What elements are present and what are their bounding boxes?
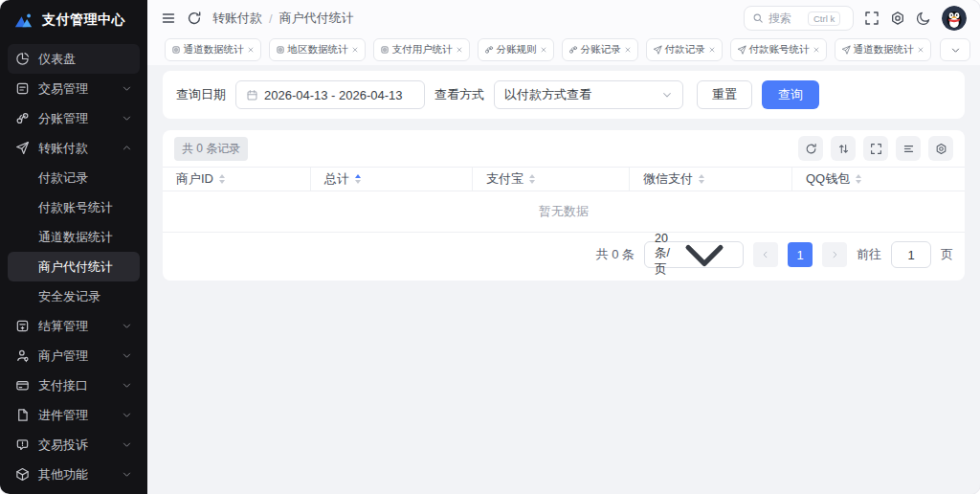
- sidebar-item-app-mgmt[interactable]: 应用管理: [8, 489, 140, 494]
- refresh-icon: [805, 143, 817, 155]
- sidebar-item-payment-interface[interactable]: 支付接口: [8, 370, 140, 400]
- view-mode-value: 以付款方式查看: [504, 86, 591, 103]
- tab-split-records[interactable]: 分账记录: [562, 38, 638, 61]
- pagination: 共 0 条 20条/页 1 前往 页: [163, 233, 965, 281]
- tab-label: 付款账号统计: [749, 43, 810, 56]
- column-header-qq-wallet[interactable]: QQ钱包: [792, 168, 965, 191]
- app-window: 支付管理中心 仪表盘 交易管理 分账管理 转账付款: [0, 0, 980, 494]
- file-icon: [15, 408, 30, 422]
- chevron-left-icon: [761, 250, 770, 259]
- hamburger-icon[interactable]: [161, 11, 176, 26]
- reset-button[interactable]: 重置: [697, 80, 752, 109]
- close-icon[interactable]: [624, 46, 632, 54]
- sidebar-item-label: 交易投诉: [38, 437, 88, 454]
- sidebar-item-merchant-payout-stats[interactable]: 商户代付统计: [8, 252, 140, 281]
- split-icon: [484, 45, 494, 55]
- breadcrumb-parent[interactable]: 转账付款: [212, 10, 262, 27]
- sidebar-item-other-functions[interactable]: 其他功能: [8, 460, 140, 489]
- sidebar-item-label: 仪表盘: [38, 51, 76, 68]
- tab-split-rules[interactable]: 分账规则: [478, 38, 554, 61]
- table-card: 共 0 条记录 商户ID 总计: [163, 130, 965, 281]
- column-header-total[interactable]: 总计: [311, 168, 473, 191]
- sidebar-item-payment-records[interactable]: 付款记录: [8, 163, 140, 192]
- date-range-input[interactable]: 2026-04-13 - 2026-04-13: [235, 80, 425, 109]
- sidebar-item-transfer-payment[interactable]: 转账付款: [8, 133, 140, 163]
- table-column-settings-button[interactable]: [928, 136, 953, 161]
- close-icon[interactable]: [540, 46, 547, 54]
- query-button[interactable]: 查询: [762, 80, 819, 109]
- card-icon: [15, 378, 30, 393]
- goto-label: 前往: [857, 246, 881, 263]
- sidebar-item-security-send-records[interactable]: 安全发记录: [8, 281, 140, 311]
- sidebar-item-label: 交易管理: [38, 80, 88, 98]
- chevron-up-icon: [122, 143, 132, 153]
- calculator-icon: [15, 319, 30, 333]
- sidebar-item-complaints[interactable]: 交易投诉: [8, 430, 140, 460]
- fullscreen-icon: [870, 143, 882, 155]
- column-header-alipay[interactable]: 支付宝: [473, 168, 630, 191]
- goto-page-input[interactable]: [891, 241, 931, 268]
- tab-payment-records[interactable]: 付款记录: [646, 38, 723, 61]
- next-page-button[interactable]: [822, 242, 847, 267]
- tab-region-data-stats[interactable]: 地区数据统计: [269, 38, 366, 61]
- table-refresh-button[interactable]: [798, 136, 823, 161]
- tab-label: 分账规则: [497, 43, 537, 56]
- sidebar-item-settlement-mgmt[interactable]: 结算管理: [8, 311, 140, 341]
- sidebar-item-label: 转账付款: [38, 140, 88, 157]
- column-label: QQ钱包: [806, 170, 850, 188]
- close-icon[interactable]: [247, 46, 255, 54]
- fullscreen-icon[interactable]: [864, 11, 880, 26]
- sort-carets-icon: [219, 174, 225, 184]
- avatar[interactable]: [942, 6, 967, 31]
- app-logo: 支付管理中心: [0, 0, 147, 40]
- complaint-icon: [15, 438, 30, 452]
- sidebar-item-onboarding-mgmt[interactable]: 进件管理: [8, 400, 140, 430]
- sidebar-item-label: 支付接口: [38, 377, 88, 394]
- page-size-select[interactable]: 20条/页: [644, 241, 744, 268]
- column-settings-icon: [935, 143, 947, 155]
- close-icon[interactable]: [708, 46, 716, 54]
- sidebar: 支付管理中心 仪表盘 交易管理 分账管理 转账付款: [0, 0, 147, 494]
- sidebar-item-label: 付款记录: [38, 169, 88, 187]
- gear-icon[interactable]: [890, 11, 905, 26]
- tab-payment-account-stats[interactable]: 付款账号统计: [730, 38, 827, 61]
- sidebar-item-transaction-mgmt[interactable]: 交易管理: [8, 74, 140, 103]
- prev-page-button[interactable]: [753, 242, 778, 267]
- tab-list: 计 通道数据统计 地区数据统计 支付用户统计: [157, 38, 932, 61]
- density-icon: [902, 143, 915, 155]
- sort-carets-icon: [529, 174, 535, 184]
- header-actions: Ctrl k: [744, 6, 967, 31]
- sidebar-item-dashboard[interactable]: 仪表盘: [8, 44, 140, 74]
- tab-channel-data-stats-2[interactable]: 通道数据统计: [835, 38, 931, 61]
- search-input[interactable]: [768, 11, 803, 25]
- sidebar-item-payment-account-stats[interactable]: 付款账号统计: [8, 192, 140, 222]
- sidebar-item-split-mgmt[interactable]: 分账管理: [8, 103, 140, 133]
- tab-payment-user-stats[interactable]: 支付用户统计: [373, 38, 470, 61]
- view-mode-select[interactable]: 以付款方式查看: [494, 80, 683, 109]
- table-density-button[interactable]: [896, 136, 921, 161]
- filter-card: 查询日期 2026-04-13 - 2026-04-13 查看方式 以付款方式查…: [163, 71, 965, 119]
- column-header-merchant-id[interactable]: 商户ID: [163, 168, 311, 191]
- breadcrumb: 转账付款 / 商户代付统计: [212, 10, 354, 27]
- paper-plane-icon: [653, 45, 662, 55]
- global-search[interactable]: Ctrl k: [744, 6, 854, 31]
- table-sort-button[interactable]: [831, 136, 856, 161]
- table-toolbar: 共 0 条记录: [163, 130, 965, 167]
- refresh-icon[interactable]: [187, 11, 202, 26]
- close-icon[interactable]: [351, 46, 359, 54]
- square-icon: [380, 45, 390, 55]
- chevron-down-icon: [122, 113, 132, 124]
- close-icon[interactable]: [813, 46, 820, 54]
- close-icon[interactable]: [456, 46, 463, 54]
- tab-channel-data-stats[interactable]: 通道数据统计: [165, 38, 261, 61]
- current-page-button[interactable]: 1: [788, 242, 813, 267]
- table-fullscreen-button[interactable]: [863, 136, 888, 161]
- chevron-down-icon: [122, 439, 132, 450]
- sidebar-item-channel-data-stats[interactable]: 通道数据统计: [8, 222, 140, 252]
- moon-icon[interactable]: [916, 11, 931, 26]
- table-header-row: 商户ID 总计 支付宝 微信支付: [163, 167, 965, 191]
- sidebar-item-label: 商户代付统计: [38, 258, 113, 276]
- close-icon[interactable]: [917, 46, 924, 54]
- sidebar-item-merchant-mgmt[interactable]: 商户管理: [8, 341, 140, 370]
- tabs-more-button[interactable]: [940, 38, 970, 61]
